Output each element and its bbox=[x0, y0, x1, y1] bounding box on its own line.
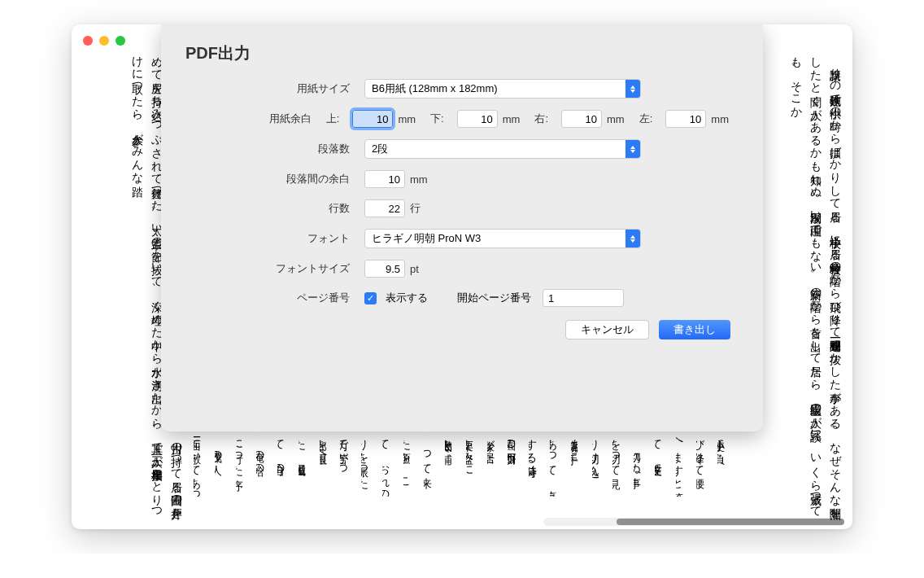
margin-bottom-label: 下: bbox=[430, 112, 444, 126]
bg-text-snippet: 力で苦がつ bbox=[340, 431, 353, 497]
mm-unit-1: mm bbox=[398, 113, 416, 125]
margin-left-label: 左: bbox=[639, 112, 653, 126]
mm-unit-4: mm bbox=[711, 113, 729, 125]
margins-label: 用紙余白 bbox=[185, 112, 326, 126]
chevron-updown-icon bbox=[625, 80, 640, 98]
lines-input[interactable] bbox=[364, 199, 405, 217]
bg-text-snippet: を切つて見 bbox=[612, 431, 625, 497]
close-icon[interactable] bbox=[83, 36, 93, 46]
margin-right-input[interactable] bbox=[561, 110, 602, 128]
bg-text-snippet: 郎を垣根へ bbox=[320, 431, 333, 497]
bg-text-snippet: 椽が居た。 bbox=[487, 431, 500, 497]
margin-right-label: 右: bbox=[534, 112, 548, 126]
export-button[interactable]: 書き出し bbox=[659, 320, 730, 339]
bg-text-snippet: 親指は手に bbox=[571, 431, 584, 497]
scrollbar-thumb[interactable] bbox=[617, 519, 844, 525]
page-number-label: ページ番号 bbox=[185, 291, 364, 305]
app-window: て、そこいらの稲に水がかゝる仕掛であつた。其時分はどんな仕掛かしらまれた事もある… bbox=[72, 24, 852, 529]
pdf-export-dialog: PDF出力 用紙サイズ B6用紙 (128mm x 182mm) 用紙余白 上:… bbox=[161, 24, 763, 431]
bg-text-snippet: あつて、真 bbox=[550, 431, 563, 497]
margin-top-input[interactable] bbox=[352, 110, 393, 128]
mm-unit-2: mm bbox=[503, 113, 521, 125]
font-value: ヒラギノ明朝 ProN W3 bbox=[372, 231, 481, 246]
chevron-updown-icon bbox=[625, 140, 640, 158]
bg-text-snippet: て、おれの bbox=[382, 431, 395, 497]
mm-unit-5: mm bbox=[410, 173, 428, 186]
bg-text-snippet: り切り込ん bbox=[592, 431, 605, 497]
font-label: フォント bbox=[185, 231, 364, 246]
bg-text-snippet: た。山城屋 bbox=[299, 431, 312, 497]
mm-unit-3: mm bbox=[607, 113, 625, 125]
start-page-label: 開始ページ番号 bbox=[457, 291, 531, 305]
show-pagenum-checkbox[interactable]: ✓ bbox=[364, 292, 377, 304]
zoom-icon[interactable] bbox=[116, 36, 125, 46]
bg-text-snippet: 勘太郎を捕 bbox=[445, 431, 458, 497]
paper-size-value: B6用紙 (128mm x 182mm) bbox=[372, 81, 498, 96]
bg-text-snippet: へますと答 bbox=[676, 431, 689, 497]
col-gap-label: 段落間の余白 bbox=[185, 172, 364, 186]
bg-text-snippet: りを振つた bbox=[361, 431, 374, 497]
bg-text-snippet: 栗を盗みに bbox=[466, 431, 479, 497]
columns-label: 段落数 bbox=[185, 142, 364, 156]
margin-top-label: 上: bbox=[326, 112, 340, 126]
bg-text-snippet: 園の西側が bbox=[508, 431, 521, 497]
bg-text-snippet: て、友達に bbox=[655, 431, 668, 497]
margin-left-input[interactable] bbox=[665, 110, 706, 128]
traffic-lights bbox=[83, 36, 125, 46]
pt-unit: pt bbox=[410, 263, 419, 275]
bg-text-bottom-row: 小使に負び降りて腰へますと答て、友達に。切れぬ事を切つて見り切り込ん親指は手にあ… bbox=[194, 431, 730, 497]
font-size-label: フォントサイズ bbox=[185, 261, 364, 276]
columns-select[interactable]: 2段 bbox=[364, 139, 641, 159]
cancel-button[interactable]: キャンセル bbox=[565, 320, 649, 339]
col-gap-input[interactable] bbox=[364, 170, 405, 188]
font-select[interactable]: ヒラギノ明朝 ProN W3 bbox=[364, 229, 641, 248]
margin-bottom-input[interactable] bbox=[457, 110, 498, 128]
columns-value: 2段 bbox=[372, 142, 388, 156]
bg-text-snippet: 、つて来 bbox=[424, 431, 437, 497]
show-pagenum-label: 表示する bbox=[386, 291, 428, 305]
bg-text-snippet: 、茂作の人 bbox=[215, 431, 228, 497]
start-page-input[interactable] bbox=[543, 289, 624, 307]
lines-label: 行数 bbox=[185, 201, 364, 216]
bg-text-snippet: する時分は bbox=[529, 431, 542, 497]
chevron-updown-icon bbox=[625, 230, 640, 247]
paper-size-select[interactable]: B6用紙 (128mm x 182mm) bbox=[364, 79, 641, 99]
bg-text-snippet: て、自分の bbox=[277, 431, 290, 497]
bg-text-snippet: 。切れぬ事 bbox=[634, 431, 647, 497]
minimize-icon[interactable] bbox=[99, 36, 109, 46]
lines-unit: 行 bbox=[410, 201, 421, 216]
font-size-input[interactable] bbox=[364, 260, 405, 278]
bg-text-snippet: 、俺の袷の bbox=[256, 431, 269, 497]
paper-size-label: 用紙サイズ bbox=[185, 81, 364, 96]
dialog-title: PDF出力 bbox=[185, 42, 739, 64]
bg-text-snippet: に行つた序 bbox=[236, 431, 249, 497]
bg-text-snippet: 一面に敷いてあつ bbox=[194, 431, 207, 497]
bg-text-snippet: び降りて腰 bbox=[696, 431, 709, 497]
horizontal-scrollbar[interactable] bbox=[543, 518, 844, 526]
bg-text-snippet: 小使に負 bbox=[717, 431, 730, 497]
bg-text-snippet: た頃を、こ bbox=[403, 431, 416, 497]
